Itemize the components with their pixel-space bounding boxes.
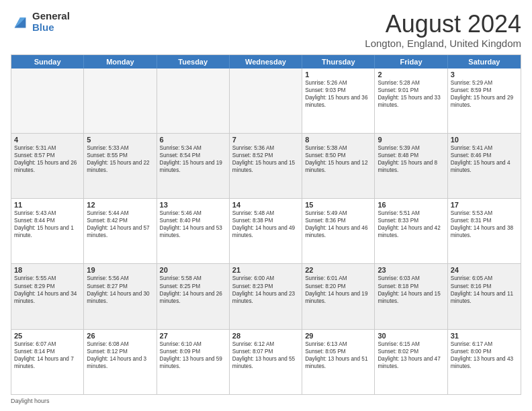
- day-number: 22: [305, 266, 371, 274]
- day-of-week-header: Tuesday: [157, 55, 230, 68]
- calendar-body: 1Sunrise: 5:26 AM Sunset: 9:03 PM Daylig…: [11, 68, 521, 394]
- cell-info: Sunrise: 5:33 AM Sunset: 8:55 PM Dayligh…: [87, 144, 153, 174]
- calendar-cell: 10Sunrise: 5:41 AM Sunset: 8:46 PM Dayli…: [448, 134, 521, 198]
- day-of-week-header: Friday: [375, 55, 447, 68]
- day-number: 16: [378, 201, 444, 209]
- cell-info: Sunrise: 5:36 AM Sunset: 8:52 PM Dayligh…: [232, 144, 299, 174]
- calendar-cell: 8Sunrise: 5:38 AM Sunset: 8:50 PM Daylig…: [302, 134, 375, 198]
- day-number: 21: [232, 266, 299, 274]
- calendar-cell: 27Sunrise: 6:10 AM Sunset: 8:09 PM Dayli…: [157, 330, 230, 394]
- day-number: 1: [305, 71, 371, 79]
- cell-info: Sunrise: 5:26 AM Sunset: 9:03 PM Dayligh…: [305, 79, 371, 109]
- cell-info: Sunrise: 5:28 AM Sunset: 9:01 PM Dayligh…: [378, 79, 444, 109]
- calendar-cell: [84, 68, 157, 133]
- main-title: August 2024: [365, 11, 521, 38]
- calendar-cell: 13Sunrise: 5:46 AM Sunset: 8:40 PM Dayli…: [157, 199, 230, 263]
- calendar-cell: 28Sunrise: 6:12 AM Sunset: 8:07 PM Dayli…: [230, 330, 302, 394]
- calendar-cell: 16Sunrise: 5:51 AM Sunset: 8:33 PM Dayli…: [375, 199, 447, 263]
- day-number: 30: [378, 332, 444, 340]
- logo-text: General Blue: [32, 11, 70, 33]
- calendar-cell: 31Sunrise: 6:17 AM Sunset: 8:00 PM Dayli…: [448, 330, 521, 394]
- cell-info: Sunrise: 5:29 AM Sunset: 8:59 PM Dayligh…: [451, 79, 518, 109]
- cell-info: Sunrise: 6:13 AM Sunset: 8:05 PM Dayligh…: [305, 340, 371, 370]
- day-number: 29: [305, 332, 371, 340]
- subtitle: Longton, England, United Kingdom: [365, 38, 521, 49]
- day-number: 19: [87, 266, 153, 274]
- cell-info: Sunrise: 6:10 AM Sunset: 8:09 PM Dayligh…: [160, 340, 226, 370]
- cell-info: Sunrise: 6:03 AM Sunset: 8:18 PM Dayligh…: [378, 275, 444, 304]
- calendar-cell: 25Sunrise: 6:07 AM Sunset: 8:14 PM Dayli…: [11, 330, 84, 394]
- cell-info: Sunrise: 6:15 AM Sunset: 8:02 PM Dayligh…: [378, 340, 444, 370]
- calendar-row: 1Sunrise: 5:26 AM Sunset: 9:03 PM Daylig…: [11, 68, 521, 134]
- day-number: 26: [87, 332, 153, 340]
- calendar-row: 11Sunrise: 5:43 AM Sunset: 8:44 PM Dayli…: [11, 199, 521, 264]
- cell-info: Sunrise: 5:46 AM Sunset: 8:40 PM Dayligh…: [160, 210, 226, 239]
- calendar-cell: 5Sunrise: 5:33 AM Sunset: 8:55 PM Daylig…: [84, 134, 157, 198]
- day-number: 13: [160, 201, 226, 209]
- calendar-cell: 6Sunrise: 5:34 AM Sunset: 8:54 PM Daylig…: [157, 134, 230, 198]
- cell-info: Sunrise: 6:12 AM Sunset: 8:07 PM Dayligh…: [232, 340, 299, 370]
- cell-info: Sunrise: 6:05 AM Sunset: 8:16 PM Dayligh…: [451, 275, 518, 304]
- logo-general: General: [32, 11, 70, 22]
- cell-info: Sunrise: 5:43 AM Sunset: 8:44 PM Dayligh…: [14, 210, 81, 239]
- day-number: 14: [232, 201, 299, 209]
- day-number: 12: [87, 201, 153, 209]
- cell-info: Sunrise: 5:49 AM Sunset: 8:36 PM Dayligh…: [305, 210, 371, 239]
- cell-info: Sunrise: 6:08 AM Sunset: 8:12 PM Dayligh…: [87, 340, 153, 370]
- day-number: 28: [232, 332, 299, 340]
- calendar-cell: 30Sunrise: 6:15 AM Sunset: 8:02 PM Dayli…: [375, 330, 447, 394]
- cell-info: Sunrise: 6:00 AM Sunset: 8:23 PM Dayligh…: [232, 275, 299, 304]
- cell-info: Sunrise: 5:38 AM Sunset: 8:50 PM Dayligh…: [305, 144, 371, 174]
- calendar-cell: 9Sunrise: 5:39 AM Sunset: 8:48 PM Daylig…: [375, 134, 447, 198]
- calendar-cell: 15Sunrise: 5:49 AM Sunset: 8:36 PM Dayli…: [302, 199, 375, 263]
- day-number: 25: [14, 332, 81, 340]
- calendar-cell: [230, 68, 302, 133]
- day-number: 8: [305, 136, 371, 144]
- calendar-cell: 23Sunrise: 6:03 AM Sunset: 8:18 PM Dayli…: [375, 264, 447, 328]
- header: General Blue August 2024 Longton, Englan…: [11, 11, 521, 49]
- day-number: 4: [14, 136, 81, 144]
- calendar-cell: 19Sunrise: 5:56 AM Sunset: 8:27 PM Dayli…: [84, 264, 157, 328]
- cell-info: Sunrise: 5:56 AM Sunset: 8:27 PM Dayligh…: [87, 275, 153, 304]
- calendar-cell: 3Sunrise: 5:29 AM Sunset: 8:59 PM Daylig…: [448, 68, 521, 133]
- calendar-cell: 14Sunrise: 5:48 AM Sunset: 8:38 PM Dayli…: [230, 199, 302, 263]
- day-of-week-header: Thursday: [302, 55, 375, 68]
- cell-info: Sunrise: 6:01 AM Sunset: 8:20 PM Dayligh…: [305, 275, 371, 304]
- cell-info: Sunrise: 5:44 AM Sunset: 8:42 PM Dayligh…: [87, 210, 153, 239]
- cell-info: Sunrise: 5:41 AM Sunset: 8:46 PM Dayligh…: [451, 144, 518, 174]
- day-number: 7: [232, 136, 299, 144]
- cell-info: Sunrise: 5:39 AM Sunset: 8:48 PM Dayligh…: [378, 144, 444, 174]
- footer: Daylight hours: [11, 398, 521, 404]
- calendar-cell: 24Sunrise: 6:05 AM Sunset: 8:16 PM Dayli…: [448, 264, 521, 328]
- day-number: 15: [305, 201, 371, 209]
- day-number: 20: [160, 266, 226, 274]
- calendar-cell: 21Sunrise: 6:00 AM Sunset: 8:23 PM Dayli…: [230, 264, 302, 328]
- calendar-cell: [11, 68, 84, 133]
- day-number: 27: [160, 332, 226, 340]
- calendar-cell: 20Sunrise: 5:58 AM Sunset: 8:25 PM Dayli…: [157, 264, 230, 328]
- calendar-cell: 4Sunrise: 5:31 AM Sunset: 8:57 PM Daylig…: [11, 134, 84, 198]
- cell-info: Sunrise: 5:48 AM Sunset: 8:38 PM Dayligh…: [232, 210, 299, 239]
- cell-info: Sunrise: 6:17 AM Sunset: 8:00 PM Dayligh…: [451, 340, 518, 370]
- day-number: 31: [451, 332, 518, 340]
- page: General Blue August 2024 Longton, Englan…: [0, 0, 532, 411]
- cell-info: Sunrise: 5:51 AM Sunset: 8:33 PM Dayligh…: [378, 210, 444, 239]
- calendar-header: SundayMondayTuesdayWednesdayThursdayFrid…: [11, 55, 521, 68]
- calendar-cell: 1Sunrise: 5:26 AM Sunset: 9:03 PM Daylig…: [302, 68, 375, 133]
- calendar-row: 25Sunrise: 6:07 AM Sunset: 8:14 PM Dayli…: [11, 330, 521, 394]
- day-number: 24: [451, 266, 518, 274]
- calendar: SundayMondayTuesdayWednesdayThursdayFrid…: [11, 54, 521, 395]
- day-number: 6: [160, 136, 226, 144]
- calendar-row: 18Sunrise: 5:55 AM Sunset: 8:29 PM Dayli…: [11, 264, 521, 329]
- calendar-cell: 22Sunrise: 6:01 AM Sunset: 8:20 PM Dayli…: [302, 264, 375, 328]
- day-of-week-header: Monday: [84, 55, 157, 68]
- day-number: 10: [451, 136, 518, 144]
- calendar-row: 4Sunrise: 5:31 AM Sunset: 8:57 PM Daylig…: [11, 134, 521, 199]
- calendar-cell: 29Sunrise: 6:13 AM Sunset: 8:05 PM Dayli…: [302, 330, 375, 394]
- day-of-week-header: Wednesday: [230, 55, 302, 68]
- calendar-cell: 2Sunrise: 5:28 AM Sunset: 9:01 PM Daylig…: [375, 68, 447, 133]
- day-of-week-header: Saturday: [448, 55, 521, 68]
- cell-info: Sunrise: 5:58 AM Sunset: 8:25 PM Dayligh…: [160, 275, 226, 304]
- day-number: 11: [14, 201, 81, 209]
- calendar-cell: 7Sunrise: 5:36 AM Sunset: 8:52 PM Daylig…: [230, 134, 302, 198]
